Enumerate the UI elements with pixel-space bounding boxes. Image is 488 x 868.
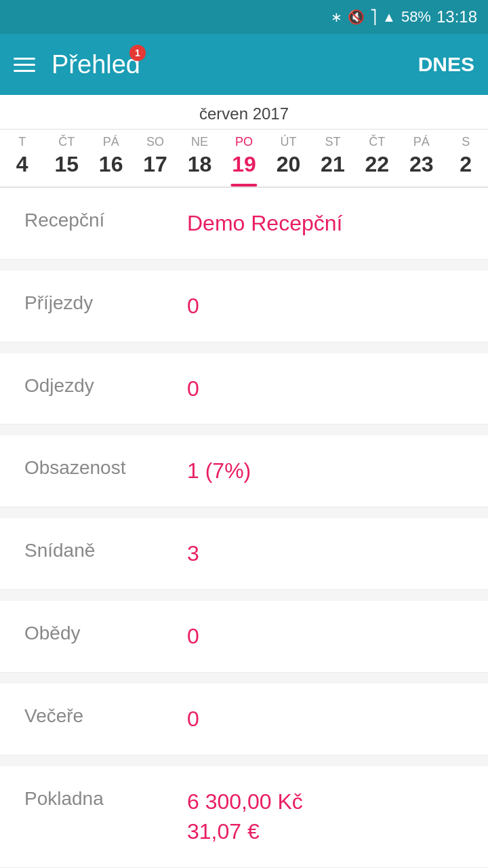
calendar-day-18[interactable]: NE 18 [178,130,222,186]
calendar-day-16[interactable]: PÁ 16 [89,130,133,186]
cal-day-name: S [462,135,470,149]
info-label-1: Příjezdy [24,291,187,314]
cal-day-name: ČT [58,135,75,149]
info-label-0: Recepční [24,208,187,231]
info-label-5: Obědy [24,621,187,644]
info-row-1: Příjezdy 0 [0,271,488,342]
cal-day-name: PO [235,135,253,149]
info-row-7: Pokladna 6 300,00 Kč31,07 € [0,766,488,868]
info-label-6: Večeře [24,704,187,727]
calendar-day-21[interactable]: ST 21 [310,130,354,186]
row-spacer-0 [0,260,488,271]
row-spacer-1 [0,342,488,353]
info-value-3: 1 (7%) [187,456,464,486]
info-value-7: 6 300,00 Kč31,07 € [187,787,464,848]
cal-day-name: PÁ [103,135,119,149]
cal-day-name: ST [325,135,340,149]
info-label-2: Odjezdy [24,374,187,397]
info-value-5: 0 [187,621,464,652]
row-spacer-3 [0,507,488,518]
cal-day-name: SO [146,135,164,149]
info-row-6: Večeře 0 [0,684,488,755]
calendar-day-19[interactable]: PO 19 [222,130,266,186]
clock: 13:18 [436,7,477,26]
today-button[interactable]: DNES [418,53,474,76]
calendar-day-4[interactable]: T 4 [0,130,44,186]
status-bar: ∗ 🔇 ⎤ ▲ 58% 13:18 [0,0,488,34]
info-label-4: Snídaně [24,538,187,561]
row-spacer-5 [0,673,488,684]
calendar-day-15[interactable]: ČT 15 [44,130,88,186]
info-label-7: Pokladna [24,787,187,810]
info-value-2: 0 [187,374,464,404]
info-value-6: 0 [187,704,464,734]
notification-badge: 1 [129,45,146,61]
bluetooth-icon: ∗ [331,9,342,25]
cal-day-num: 2 [460,152,472,177]
row-spacer-2 [0,425,488,435]
calendar-day-20[interactable]: ÚT 20 [266,130,310,186]
info-row-0: Recepční Demo Recepční [0,188,488,260]
info-value-1: 0 [187,291,464,321]
calendar-day-22[interactable]: ČT 22 [355,130,399,186]
cal-day-num: 4 [16,152,28,177]
info-value-0: Demo Recepční [187,208,464,239]
calendar-day-2[interactable]: S 2 [444,130,488,186]
row-spacer-4 [0,590,488,601]
info-row-3: Obsazenost 1 (7%) [0,435,488,507]
cal-day-name: ÚT [280,135,296,149]
info-value-4: 3 [187,538,464,569]
cal-day-num: 19 [232,152,256,177]
page-title: Přehled [52,50,140,79]
cal-day-num: 23 [409,152,434,177]
app-bar: 1 Přehled DNES [0,34,488,95]
cal-day-name: PÁ [413,135,430,149]
info-label-3: Obsazenost [24,456,187,479]
cal-day-num: 18 [188,152,212,177]
info-row-4: Snídaně 3 [0,518,488,590]
wifi-icon: ⎤ [370,9,377,25]
hamburger-button[interactable] [14,58,35,72]
signal-icon: ▲ [382,9,396,25]
menu-area: 1 Přehled [14,50,140,79]
mute-icon: 🔇 [348,9,365,25]
calendar-day-23[interactable]: PÁ 23 [399,130,443,186]
cal-day-num: 16 [99,152,123,177]
cal-day-num: 22 [365,152,390,177]
content-area: Recepční Demo Recepční Příjezdy 0 Odjezd… [0,188,488,868]
cal-day-name: NE [191,135,208,149]
month-label: červen 2017 [199,104,289,123]
battery-label: 58% [401,8,431,26]
cal-day-num: 20 [277,152,301,177]
cal-day-num: 21 [321,152,345,177]
row-spacer-6 [0,755,488,766]
info-row-2: Odjezdy 0 [0,353,488,425]
calendar-day-17[interactable]: SO 17 [133,130,177,186]
cal-day-name: ČT [369,135,385,149]
cal-day-num: 17 [143,152,167,177]
cal-day-name: T [18,135,26,149]
cal-day-num: 15 [54,152,79,177]
month-header: červen 2017 [0,95,488,130]
info-row-5: Obědy 0 [0,601,488,673]
calendar-row: T 4 ČT 15 PÁ 16 SO 17 NE 18 PO 19 ÚT 20 … [0,130,488,188]
